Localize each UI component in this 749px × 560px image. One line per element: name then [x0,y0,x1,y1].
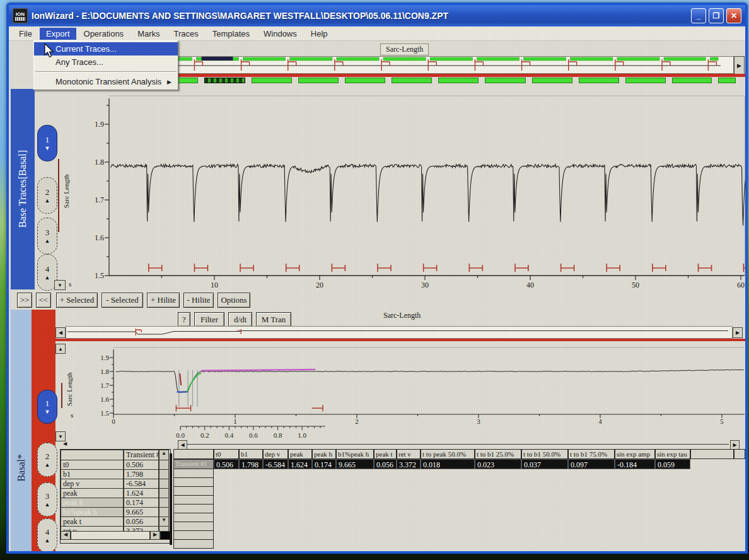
results-value-sin-exp-amp: -0.184 [615,459,655,469]
scroll-track[interactable] [159,527,169,531]
svg-text:1.8: 1.8 [95,158,104,166]
options-button[interactable]: Options [218,293,250,308]
menu-item-windows[interactable]: Windows [257,28,303,40]
results-col-t0: t0 [214,449,239,459]
results-value-t0: 0.506 [214,459,239,469]
trace-tab-2[interactable]: 2▲ [37,177,57,214]
selected-button[interactable]: + Selected [56,293,98,308]
mini-strip-right-icon[interactable]: ▶ [733,327,743,338]
table-scroll-right-icon[interactable]: ▶ [730,440,740,450]
svg-text:1.6: 1.6 [95,233,104,242]
sarc-length-chart-top[interactable]: 1.51.61.71.81.9102030405060 [73,93,745,290]
scroll-track[interactable] [159,460,169,470]
results-empty-row [173,487,745,496]
scroll-track[interactable] [159,470,169,479]
results-empty-row [173,505,745,513]
trace-tab-4[interactable]: 4▲ [37,518,57,551]
trace-tab-3[interactable]: 3▲ [37,218,57,254]
tab-number: 2 [45,187,50,197]
transient-table-left-icon[interactable]: ◀ [61,440,69,447]
trace-tab-3[interactable]: 3▲ [37,482,57,516]
menu-item-traces[interactable]: Traces [168,28,205,40]
results-label-header [173,449,214,459]
scroll-track[interactable] [159,489,169,498]
results-value-t-to-b1-75-0: 0.097 [568,459,615,469]
close-button[interactable]: ✕ [726,8,741,23]
minimize-button[interactable]: _ [691,8,706,23]
transient-table[interactable]: Transient #1▲t00.506b11.798dep v-6.584pe… [60,449,171,544]
results-col-dep-v: dep v [263,449,288,459]
svg-text:1.5: 1.5 [100,409,109,417]
mini-timeline-strip[interactable] [66,326,733,339]
scroll-track[interactable]: ▼ [159,517,169,527]
chart2-scroll-up-icon[interactable]: ▲ [55,344,66,354]
results-data-row[interactable]: Transient #10.5061.798-6.5841.6240.1749.… [173,459,745,469]
svg-text:40: 40 [526,281,534,289]
menu-item-export[interactable]: Export [40,28,76,40]
tab-number: 3 [45,491,50,501]
transient-row-label: b1%peak h [61,508,124,517]
sidebar-base-traces[interactable]: Base Traces[Basal] [11,89,35,289]
menu-item-marks[interactable]: Marks [131,28,166,40]
title-bar[interactable]: ION IonWizard - E:\DOCUMENTS AND SETTING… [9,5,745,26]
menu-item-operations[interactable]: Operations [78,28,131,40]
table-scroll-left-icon[interactable]: ◀ [178,440,187,450]
item-button[interactable]: >> [17,293,32,308]
menu-option-any-traces[interactable]: Any Traces... [34,55,178,69]
sidebar-basal[interactable]: Basal* [11,310,32,551]
scroll-track[interactable] [159,498,169,508]
item-button[interactable]: << [36,293,51,308]
scroll-track[interactable] [159,508,169,517]
menu-option-label: Current Traces... [55,44,117,54]
transient-row-dep-v: dep v-6.584 [61,479,170,489]
transient-row-label: t0 [61,460,124,470]
results-empty-label-cell [173,513,214,522]
analysis-toolbar: ?Filterd/dtM Tran [178,312,291,325]
trace-tab-1[interactable]: 1▼ [37,390,57,424]
table-black-divider [170,453,172,545]
svg-text:4: 4 [598,417,602,425]
selected-button[interactable]: - Selected [102,293,143,308]
green-segment [485,78,525,83]
d-dt-button[interactable]: d/dt [228,312,252,327]
transient-row-label: peak h [61,498,124,508]
tab-number: 3 [45,228,50,238]
menu-option-monotonic-transient-analysis[interactable]: Monotonic Transient Analysis▶ [34,75,178,88]
transient-row-value: 1.624 [124,489,159,498]
mini-strip-left-icon[interactable]: ◀ [55,327,66,338]
hilite-button[interactable]: - Hilite [183,293,214,308]
scroll-track[interactable] [159,479,169,489]
y-axis-label-bottom: Sarc Length [66,369,73,409]
item-button[interactable]: ? [178,312,190,327]
submenu-arrow-icon: ▶ [167,79,171,85]
sarc-length-chart-bottom[interactable]: 1.51.61.71.81.90123450.00.20.40.60.81.0 [73,346,745,440]
transient-row-label: b1 [61,470,124,479]
strip-scroll-right-icon[interactable]: ▶ [734,56,745,74]
maximize-button[interactable]: ❐ [709,8,724,23]
results-col-peak-t: peak t [374,449,397,459]
hscroll-track[interactable] [71,531,150,540]
time-axis-dropdown-top-icon[interactable]: ▼ [54,280,66,290]
filter-button[interactable]: Filter [194,312,224,327]
hilite-button[interactable]: + Hilite [147,293,180,308]
menu-item-templates[interactable]: Templates [206,28,256,40]
menu-option-current-traces[interactable]: Current Traces... [34,42,178,55]
m-tran-button[interactable]: M Tran [256,312,291,327]
results-value-sin-exp-tau: 0.059 [655,459,690,469]
svg-text:0.2: 0.2 [200,431,209,439]
results-empty-row [173,469,745,478]
green-segment [532,78,572,83]
results-value-t-to-b1-25-0: 0.023 [475,459,521,469]
trace-tab-2[interactable]: 2▲ [37,443,57,477]
menu-item-file[interactable]: File [13,28,38,40]
hscroll-left-icon[interactable]: ◀ [61,531,71,540]
sidebar-top-label: Base Traces[Basal] [17,150,28,228]
transient-hscroll[interactable]: ◀▶ [61,531,170,540]
scroll-up-icon[interactable]: ▲ [159,450,169,460]
menu-item-help[interactable]: Help [305,28,334,40]
trace-tab-1[interactable]: 1▼ [37,125,57,161]
export-menu: Current Traces...Any Traces...Monotonic … [33,40,178,90]
results-table[interactable]: t0b1dep vpeakpeak hb1%peak hpeak tret vt… [173,449,745,550]
svg-text:1.7: 1.7 [95,195,104,204]
hscroll-right-icon[interactable]: ▶ [150,531,160,540]
